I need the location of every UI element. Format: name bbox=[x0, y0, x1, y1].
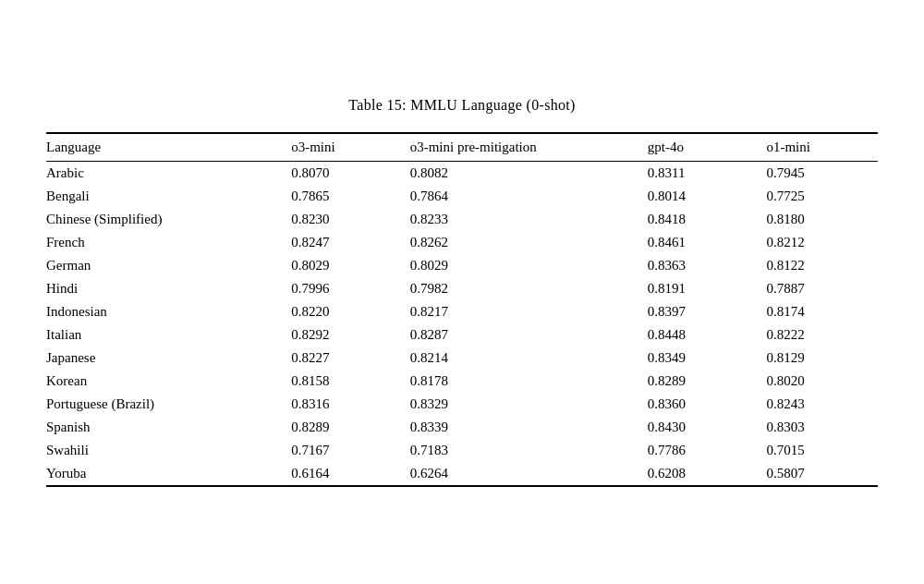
cell-gpt4o: 0.8191 bbox=[640, 277, 760, 300]
table-bottom-border bbox=[46, 486, 878, 487]
cell-o1mini: 0.7015 bbox=[759, 439, 878, 462]
cell-o1mini: 0.7887 bbox=[759, 277, 878, 300]
cell-gpt4o: 0.8349 bbox=[640, 347, 760, 370]
col-header-o3mini: o3-mini bbox=[284, 134, 403, 162]
cell-language: Indonesian bbox=[46, 300, 284, 323]
table-title: Table 15: MMLU Language (0-shot) bbox=[46, 97, 878, 114]
cell-o3mini: 0.8220 bbox=[284, 300, 403, 323]
table-row: Bengali0.78650.78640.80140.7725 bbox=[46, 185, 878, 208]
cell-o1mini: 0.8122 bbox=[759, 254, 878, 277]
cell-language: Spanish bbox=[46, 416, 284, 439]
cell-o3mini: 0.8227 bbox=[284, 347, 403, 370]
table-row: Korean0.81580.81780.82890.8020 bbox=[46, 370, 878, 393]
cell-o3mini: 0.8289 bbox=[284, 416, 403, 439]
cell-o1mini: 0.8212 bbox=[759, 231, 878, 254]
col-header-o3mini-pre: o3-mini pre-mitigation bbox=[403, 134, 640, 162]
cell-gpt4o: 0.7786 bbox=[640, 439, 760, 462]
cell-gpt4o: 0.8397 bbox=[640, 300, 760, 323]
col-header-language: Language bbox=[46, 134, 284, 162]
cell-gpt4o: 0.8311 bbox=[640, 162, 760, 186]
col-header-gpt4o: gpt-4o bbox=[640, 134, 760, 162]
table-row: Japanese0.82270.82140.83490.8129 bbox=[46, 347, 878, 370]
cell-language: Chinese (Simplified) bbox=[46, 208, 284, 231]
cell-gpt4o: 0.8461 bbox=[640, 231, 760, 254]
cell-language: Japanese bbox=[46, 347, 284, 370]
cell-language: Italian bbox=[46, 323, 284, 347]
cell-o3mini-pre: 0.8178 bbox=[403, 370, 640, 393]
table-row: Chinese (Simplified)0.82300.82330.84180.… bbox=[46, 208, 878, 231]
cell-o3mini: 0.8292 bbox=[284, 323, 403, 347]
cell-o3mini-pre: 0.8262 bbox=[403, 231, 640, 254]
cell-o3mini: 0.8070 bbox=[284, 162, 403, 186]
cell-o3mini-pre: 0.8029 bbox=[403, 254, 640, 277]
cell-language: Hindi bbox=[46, 277, 284, 300]
cell-o3mini-pre: 0.6264 bbox=[403, 462, 640, 486]
cell-o3mini: 0.6164 bbox=[284, 462, 403, 486]
cell-o1mini: 0.7725 bbox=[759, 185, 878, 208]
table-row: German0.80290.80290.83630.8122 bbox=[46, 254, 878, 277]
cell-o3mini-pre: 0.7982 bbox=[403, 277, 640, 300]
cell-o3mini: 0.8230 bbox=[284, 208, 403, 231]
cell-o3mini-pre: 0.8339 bbox=[403, 416, 640, 439]
cell-o3mini-pre: 0.8287 bbox=[403, 323, 640, 347]
table-row: Portuguese (Brazil)0.83160.83290.83600.8… bbox=[46, 393, 878, 416]
table-row: Indonesian0.82200.82170.83970.8174 bbox=[46, 300, 878, 323]
data-table: Language o3-mini o3-mini pre-mitigation … bbox=[46, 132, 878, 487]
table-row: Italian0.82920.82870.84480.8222 bbox=[46, 323, 878, 347]
cell-language: French bbox=[46, 231, 284, 254]
cell-language: Bengali bbox=[46, 185, 284, 208]
table-row: Swahili0.71670.71830.77860.7015 bbox=[46, 439, 878, 462]
cell-o3mini: 0.7865 bbox=[284, 185, 403, 208]
cell-language: German bbox=[46, 254, 284, 277]
table-row: Arabic0.80700.80820.83110.7945 bbox=[46, 162, 878, 186]
cell-gpt4o: 0.8014 bbox=[640, 185, 760, 208]
cell-o3mini: 0.8158 bbox=[284, 370, 403, 393]
cell-gpt4o: 0.8430 bbox=[640, 416, 760, 439]
cell-o3mini-pre: 0.8082 bbox=[403, 162, 640, 186]
table-row: Hindi0.79960.79820.81910.7887 bbox=[46, 277, 878, 300]
cell-o3mini-pre: 0.7183 bbox=[403, 439, 640, 462]
cell-gpt4o: 0.8289 bbox=[640, 370, 760, 393]
cell-o3mini: 0.8316 bbox=[284, 393, 403, 416]
cell-gpt4o: 0.8448 bbox=[640, 323, 760, 347]
cell-o3mini: 0.7996 bbox=[284, 277, 403, 300]
page-container: Table 15: MMLU Language (0-shot) Languag… bbox=[18, 79, 906, 505]
cell-o1mini: 0.8129 bbox=[759, 347, 878, 370]
cell-language: Swahili bbox=[46, 439, 284, 462]
cell-gpt4o: 0.8363 bbox=[640, 254, 760, 277]
cell-o3mini-pre: 0.8329 bbox=[403, 393, 640, 416]
cell-o1mini: 0.8020 bbox=[759, 370, 878, 393]
cell-gpt4o: 0.8360 bbox=[640, 393, 760, 416]
cell-language: Korean bbox=[46, 370, 284, 393]
cell-o3mini: 0.7167 bbox=[284, 439, 403, 462]
cell-language: Arabic bbox=[46, 162, 284, 186]
table-row: Yoruba0.61640.62640.62080.5807 bbox=[46, 462, 878, 486]
cell-o3mini: 0.8247 bbox=[284, 231, 403, 254]
cell-o1mini: 0.8180 bbox=[759, 208, 878, 231]
cell-gpt4o: 0.6208 bbox=[640, 462, 760, 486]
cell-o1mini: 0.5807 bbox=[759, 462, 878, 486]
cell-o3mini-pre: 0.7864 bbox=[403, 185, 640, 208]
table-header-row: Language o3-mini o3-mini pre-mitigation … bbox=[46, 134, 878, 162]
table-body: Arabic0.80700.80820.83110.7945Bengali0.7… bbox=[46, 162, 878, 487]
col-header-o1mini: o1-mini bbox=[759, 134, 878, 162]
cell-o3mini-pre: 0.8214 bbox=[403, 347, 640, 370]
cell-o1mini: 0.7945 bbox=[759, 162, 878, 186]
cell-o1mini: 0.8222 bbox=[759, 323, 878, 347]
cell-o1mini: 0.8303 bbox=[759, 416, 878, 439]
cell-language: Portuguese (Brazil) bbox=[46, 393, 284, 416]
table-row: French0.82470.82620.84610.8212 bbox=[46, 231, 878, 254]
cell-o1mini: 0.8243 bbox=[759, 393, 878, 416]
cell-language: Yoruba bbox=[46, 462, 284, 486]
cell-o3mini-pre: 0.8233 bbox=[403, 208, 640, 231]
cell-gpt4o: 0.8418 bbox=[640, 208, 760, 231]
cell-o3mini-pre: 0.8217 bbox=[403, 300, 640, 323]
cell-o1mini: 0.8174 bbox=[759, 300, 878, 323]
cell-o3mini: 0.8029 bbox=[284, 254, 403, 277]
table-row: Spanish0.82890.83390.84300.8303 bbox=[46, 416, 878, 439]
